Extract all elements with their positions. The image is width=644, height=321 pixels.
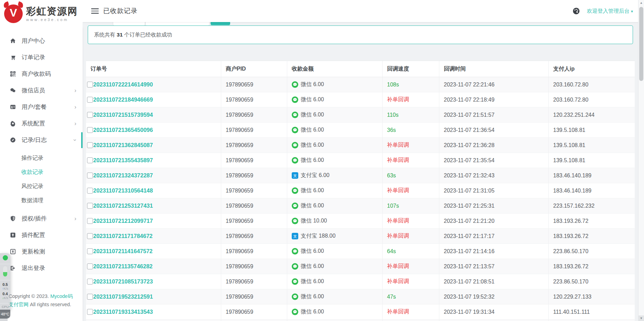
vertical-scrollbar[interactable]: ▲ ▼ <box>638 0 644 321</box>
sidebar-item-logout[interactable]: 退出登录 <box>0 260 83 276</box>
plugin-icon <box>10 232 16 238</box>
sidebar-item-plugin-config[interactable]: 插件配置 <box>0 227 83 243</box>
sidebar-subitem-data-cleanup[interactable]: 数据清理 <box>0 193 83 207</box>
row-checkbox[interactable] <box>87 82 93 87</box>
sidebar-item-label: 退出登录 <box>22 264 45 272</box>
payer-ip-cell: 203.160.72.80 <box>549 77 635 92</box>
row-checkbox[interactable] <box>87 157 93 163</box>
welcome-dropdown[interactable]: 欢迎登入管理后台▾ <box>587 8 633 15</box>
amount-text: 微信 10.00 <box>301 217 327 225</box>
wechat-pay-icon <box>292 309 298 315</box>
row-checkbox[interactable] <box>87 112 93 118</box>
order-number-link[interactable]: 2023110722184946669 <box>93 96 153 103</box>
merchant-pid-cell: 197890659 <box>221 320 287 321</box>
sidebar-item-label: 用户/套餐 <box>22 103 47 111</box>
scroll-down-arrow-icon[interactable]: ▼ <box>638 315 644 321</box>
search-button-partial[interactable] <box>211 22 230 25</box>
table-row: 2023110721085173723197890659微信 6.00补单回调2… <box>86 274 635 289</box>
order-number-link[interactable]: 2023110719523212591 <box>93 293 153 300</box>
table-row: 2023110721135746282197890659微信 6.00补单回调2… <box>86 259 635 274</box>
amount-text: 微信 6.00 <box>301 248 324 255</box>
row-checkbox[interactable] <box>87 188 93 194</box>
page-title: 已收款记录 <box>103 0 138 22</box>
sidebar-item-wechat-clerk[interactable]: 微信店员› <box>0 82 83 99</box>
callback-time-cell: 2023-11-07 21:14:16 <box>439 244 549 259</box>
summary-alert: 系统共有 31 个订单已经收款成功 <box>88 25 633 44</box>
compass-icon <box>10 137 16 143</box>
wechat-pay-icon <box>292 203 298 209</box>
order-number-link[interactable]: 2023110721171784672 <box>93 233 153 239</box>
sidebar-item-user-center[interactable]: 用户中心 <box>0 32 83 49</box>
row-checkbox[interactable] <box>87 127 93 133</box>
table-row: 2023110719313413543197890659微信 6.00补单回调2… <box>86 304 635 320</box>
row-checkbox[interactable] <box>87 263 93 269</box>
amount-cell: 支支付宝 6.00 <box>287 168 383 183</box>
brand-subtitle: www.ee3e.com <box>26 18 78 22</box>
order-number-link[interactable]: 2023110721212099717 <box>93 218 153 224</box>
row-checkbox[interactable] <box>87 173 93 178</box>
sidebar-item-auth-plugins[interactable]: 授权/插件› <box>0 210 83 227</box>
order-number-link[interactable]: 2023110721253127431 <box>93 203 153 209</box>
row-checkbox[interactable] <box>87 142 93 148</box>
update-icon <box>10 248 16 255</box>
order-number-link[interactable]: 2023110721365450096 <box>93 127 153 133</box>
supplement-callback-label: 补单回调 <box>387 187 409 194</box>
sidebar-item-order-records[interactable]: 订单记录 <box>0 49 83 65</box>
merchant-pid-cell: 197890659 <box>221 274 287 289</box>
sidebar-subitem-operation-records[interactable]: 操作记录 <box>0 151 83 165</box>
order-number-link[interactable]: 2023110721324372287 <box>93 172 153 179</box>
order-number-link[interactable]: 2023110721362845087 <box>93 142 153 148</box>
callback-time-cell: 2023-11-07 19:31:34 <box>439 304 549 319</box>
table-body: 2023110722214614990197890659微信 6.00108s2… <box>86 77 635 321</box>
order-number-link[interactable]: 2023110721310564148 <box>93 187 153 194</box>
chevron-down-icon: ▾ <box>631 9 633 14</box>
supplement-callback-label: 补单回调 <box>387 157 409 164</box>
system-monitor-widget[interactable]: 0.5 ↑K/s 0.4 ↓K/s CPU 48°C <box>0 253 10 312</box>
amount-cell: 微信 6.00 <box>287 259 383 274</box>
amount-cell: 微信 6.00 <box>287 153 383 168</box>
callback-time-cell: 2023-11-07 21:21:20 <box>439 214 549 228</box>
wechat-pay-icon <box>292 142 298 148</box>
table-row: 2023110721365450096197890659微信 6.0036s20… <box>86 123 635 138</box>
merchant-pid-cell: 197890659 <box>221 304 287 319</box>
merchant-pid-cell: 197890659 <box>221 153 287 168</box>
row-checkbox[interactable] <box>87 218 93 224</box>
row-checkbox[interactable] <box>87 248 93 254</box>
row-checkbox[interactable] <box>87 294 93 300</box>
payer-ip-cell: 183.46.140.189 <box>549 168 635 183</box>
row-checkbox[interactable] <box>87 97 93 103</box>
row-checkbox[interactable] <box>87 309 93 315</box>
order-number-link[interactable]: 2023110722214614990 <box>93 81 153 88</box>
order-number-link[interactable]: 2023110719313413543 <box>93 309 153 315</box>
cart-icon <box>10 54 16 60</box>
amount-text: 微信 6.00 <box>301 157 324 164</box>
row-checkbox[interactable] <box>87 203 93 209</box>
sidebar-item-user-package[interactable]: 用户/套餐› <box>0 99 83 115</box>
table-row: 2023110721141647572197890659微信 6.0064s20… <box>86 244 635 259</box>
palette-icon[interactable] <box>572 7 580 15</box>
sidebar-item-records-logs[interactable]: 记录/日志› <box>0 132 83 148</box>
order-number-link[interactable]: 2023110721135746282 <box>93 263 153 270</box>
callback-time-cell: 2023-11-07 19:26:56 <box>439 320 549 321</box>
amount-cell: 微信 6.00 <box>287 183 383 198</box>
merchant-pid-cell: 197890659 <box>221 229 287 244</box>
sidebar-subitem-risk-records[interactable]: 风控记录 <box>0 179 83 193</box>
order-number-link[interactable]: 2023110721355435897 <box>93 157 153 164</box>
order-number-link[interactable]: 2023110721085173723 <box>93 278 153 285</box>
gear-icon <box>10 120 16 126</box>
sidebar-item-update-check[interactable]: 更新检测 <box>0 243 83 260</box>
sidebar-item-system-config[interactable]: 系统配置› <box>0 115 83 132</box>
scrollbar-thumb[interactable] <box>639 7 643 81</box>
sidebar-subitem-payment-records[interactable]: 收款记录 <box>0 165 83 179</box>
sidebar-item-merchant-qrcode[interactable]: 商户收款码 <box>0 65 83 82</box>
column-header-6: 支付人ip <box>549 61 635 77</box>
row-checkbox[interactable] <box>87 279 93 284</box>
payer-ip-cell: 139.5.108.81 <box>549 153 635 168</box>
row-checkbox[interactable] <box>87 233 93 239</box>
order-number-link[interactable]: 2023110721515739594 <box>93 112 153 118</box>
order-number-link[interactable]: 2023110721141647572 <box>93 248 153 255</box>
supplement-callback-label: 补单回调 <box>387 142 409 149</box>
sidebar-item-label: 用户中心 <box>22 37 45 45</box>
scroll-up-arrow-icon[interactable]: ▲ <box>638 0 644 6</box>
menu-toggle-icon[interactable] <box>91 8 99 14</box>
